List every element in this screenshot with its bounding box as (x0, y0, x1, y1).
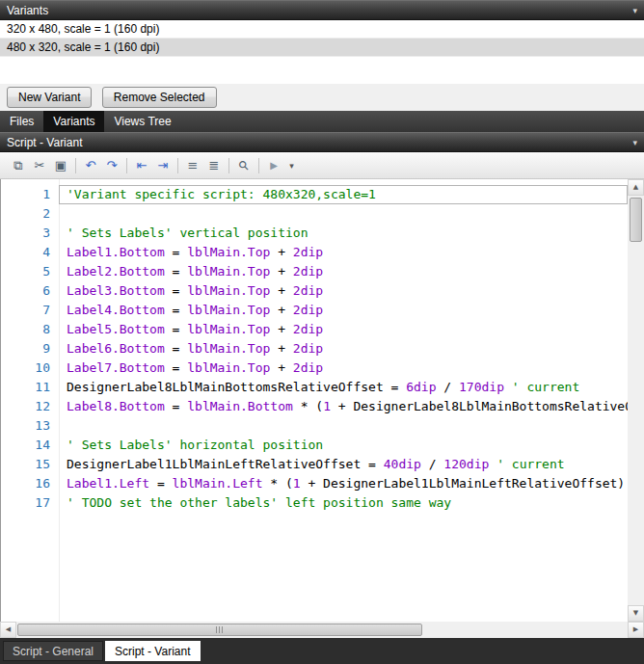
line-number: 15 (1, 455, 59, 474)
line-number: 10 (1, 359, 59, 378)
code-line[interactable]: 4Label1.Bottom = lblMain.Top + 2dip (1, 243, 628, 262)
tab-views-tree[interactable]: Views Tree (104, 111, 180, 132)
line-number: 8 (1, 320, 59, 339)
script-toolbar: ⧉✂▣↶↷⇤⇥≡≣⚲▶▾ (0, 152, 644, 179)
code-line-text: DesignerLabel1LblMainLeftRelativeOffset … (59, 455, 628, 474)
variants-panel-header: Variants ▾ (0, 0, 644, 20)
tab-script-variant[interactable]: Script - Variant (105, 641, 200, 661)
line-number: 1 (1, 185, 59, 204)
line-number: 5 (1, 262, 59, 281)
comment-icon[interactable]: ≡ (183, 156, 202, 175)
remove-selected-button[interactable]: Remove Selected (102, 87, 217, 108)
toolbar-overflow-icon[interactable]: ▾ (285, 156, 298, 175)
code-line[interactable]: 8Label5.Bottom = lblMain.Top + 2dip (1, 320, 628, 339)
line-number: 7 (1, 301, 59, 320)
variants-panel-title: Variants (7, 4, 632, 17)
tab-variants[interactable]: Variants (43, 111, 104, 132)
code-line[interactable]: 14' Sets Labels' horizontal position (1, 436, 628, 455)
code-line[interactable]: 2 (1, 204, 628, 224)
code-line[interactable]: 17' TODO set the other labels' left posi… (1, 493, 628, 513)
scroll-down-button[interactable]: ▼ (628, 605, 644, 622)
code-line-text: Label2.Bottom = lblMain.Top + 2dip (59, 262, 628, 281)
code-line[interactable]: 5Label2.Bottom = lblMain.Top + 2dip (1, 262, 628, 281)
toolbar-separator (258, 158, 259, 173)
uncomment-icon[interactable]: ≣ (204, 156, 224, 175)
script-editor[interactable]: 1'Variant specific script: 480x320,scale… (0, 179, 644, 622)
find-icon[interactable]: ⚲ (230, 151, 257, 178)
horizontal-scroll-thumb[interactable] (17, 624, 422, 636)
panel-menu-chevron-icon[interactable]: ▾ (632, 138, 637, 147)
line-number: 14 (1, 436, 59, 455)
code-line-text: Label7.Bottom = lblMain.Top + 2dip (59, 359, 628, 378)
variant-list-item[interactable]: 320 x 480, scale = 1 (160 dpi) (0, 20, 644, 39)
code-line[interactable]: 15DesignerLabel1LblMainLeftRelativeOffse… (1, 455, 628, 474)
code-line[interactable]: 11DesignerLabel8LblMainBottomsRelativeOf… (1, 378, 628, 397)
scroll-left-button[interactable]: ◀ (0, 622, 16, 638)
tab-files[interactable]: Files (0, 111, 43, 132)
code-line[interactable]: 9Label6.Bottom = lblMain.Top + 2dip (1, 339, 628, 359)
line-number: 13 (1, 416, 59, 436)
code-line-text: ' Sets Labels' horizontal position (59, 436, 628, 455)
copy-icon[interactable]: ⧉ (9, 156, 28, 175)
code-line-text: Label5.Bottom = lblMain.Top + 2dip (59, 320, 628, 339)
code-line-text: ' TODO set the other labels' left positi… (59, 493, 628, 513)
code-line-text: Label6.Bottom = lblMain.Top + 2dip (59, 339, 628, 359)
code-line-text (59, 204, 628, 224)
run-script-icon[interactable]: ▶ (264, 156, 283, 175)
code-line-text: ' Sets Labels' vertical position (59, 224, 628, 243)
horizontal-scrollbar[interactable]: ◀ ▶ (0, 622, 644, 638)
panel-menu-chevron-icon[interactable]: ▾ (632, 6, 637, 15)
code-line-text: DesignerLabel8LblMainBottomsRelativeOffs… (59, 378, 628, 397)
line-number: 6 (1, 281, 59, 301)
code-line[interactable]: 12Label8.Bottom = lblMain.Bottom * (1 + … (1, 397, 628, 416)
code-line-text: Label1.Bottom = lblMain.Top + 2dip (59, 243, 628, 262)
line-number: 17 (1, 493, 59, 513)
vertical-scroll-thumb[interactable] (630, 198, 642, 242)
new-variant-button[interactable]: New Variant (7, 87, 92, 108)
code-line[interactable]: 10Label7.Bottom = lblMain.Top + 2dip (1, 359, 628, 378)
line-number: 16 (1, 474, 59, 493)
script-panel-header: Script - Variant ▾ (0, 132, 644, 152)
paste-icon[interactable]: ▣ (51, 156, 70, 175)
designer-tab-strip: FilesVariantsViews Tree (0, 111, 644, 132)
code-line[interactable]: 6Label3.Bottom = lblMain.Top + 2dip (1, 281, 628, 301)
script-panel-title: Script - Variant (7, 136, 632, 149)
code-line[interactable]: 16Label1.Left = lblMain.Left * (1 + Desi… (1, 474, 628, 493)
code-line[interactable]: 3' Sets Labels' vertical position (1, 224, 628, 243)
variant-list: 320 x 480, scale = 1 (160 dpi)480 x 320,… (0, 20, 644, 84)
line-number: 12 (1, 397, 59, 416)
toolbar-separator (177, 158, 178, 173)
undo-icon[interactable]: ↶ (81, 156, 100, 175)
outdent-icon[interactable]: ⇤ (132, 156, 151, 175)
code-line[interactable]: 7Label4.Bottom = lblMain.Top + 2dip (1, 301, 628, 320)
scroll-thumb-grip-icon (216, 626, 225, 633)
code-line-text: Label3.Bottom = lblMain.Top + 2dip (59, 281, 628, 301)
code-area[interactable]: 1'Variant specific script: 480x320,scale… (1, 179, 628, 622)
line-number: 2 (1, 204, 59, 224)
redo-icon[interactable]: ↷ (102, 156, 121, 175)
toolbar-separator (228, 158, 229, 173)
vertical-scrollbar[interactable]: ▲ ▼ (628, 179, 644, 622)
code-line-text: 'Variant specific script: 480x320,scale=… (59, 185, 628, 204)
line-number: 3 (1, 224, 59, 243)
code-line-text: Label1.Left = lblMain.Left * (1 + Design… (59, 474, 628, 493)
tab-script-general[interactable]: Script - General (3, 641, 103, 661)
code-line-text (59, 416, 628, 436)
line-number: 9 (1, 339, 59, 359)
variant-list-item[interactable]: 480 x 320, scale = 1 (160 dpi) (0, 39, 644, 57)
variant-button-strip: New Variant Remove Selected (0, 84, 644, 111)
indent-icon[interactable]: ⇥ (153, 156, 173, 175)
designer-window: Variants ▾ 320 x 480, scale = 1 (160 dpi… (0, 0, 644, 664)
code-line[interactable]: 13 (1, 416, 628, 436)
line-number: 4 (1, 243, 59, 262)
toolbar-separator (75, 158, 76, 173)
cut-icon[interactable]: ✂ (30, 156, 49, 175)
line-number: 11 (1, 378, 59, 397)
code-line-text: Label4.Bottom = lblMain.Top + 2dip (59, 301, 628, 320)
bottom-tab-strip: Script - GeneralScript - Variant (0, 638, 644, 664)
toolbar-separator (126, 158, 127, 173)
code-line-text: Label8.Bottom = lblMain.Bottom * (1 + De… (59, 397, 628, 416)
scroll-right-button[interactable]: ▶ (628, 622, 644, 638)
scroll-up-button[interactable]: ▲ (628, 179, 644, 196)
code-line[interactable]: 1'Variant specific script: 480x320,scale… (1, 185, 628, 204)
